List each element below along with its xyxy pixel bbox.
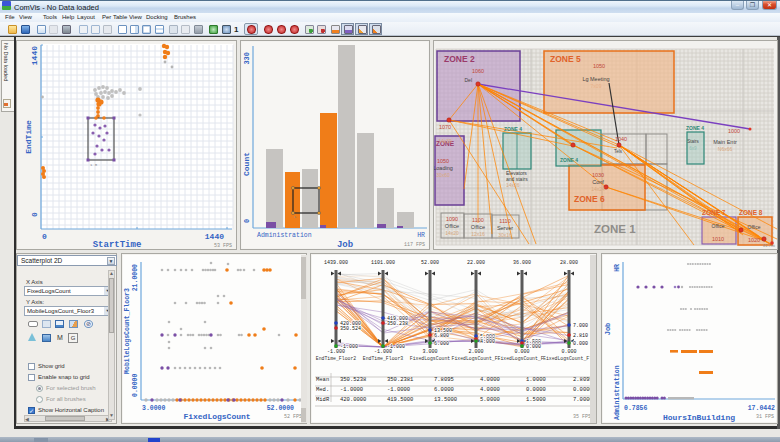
svg-text:350.2381: 350.2381 [387,376,414,383]
svg-text:1.5000: 1.5000 [526,396,546,403]
svg-text:52.000: 52.000 [421,260,439,266]
svg-text:ZONE 4: ZONE 4 [504,126,522,132]
svg-text:ZONE 8: ZONE 8 [739,209,763,216]
svg-text:0: 0 [243,219,251,223]
svg-text:Office: Office [471,224,485,230]
svg-text:350.524: 350.524 [340,326,361,332]
svg-text:419.5000: 419.5000 [387,396,413,403]
svg-text:1 0: 1 0 [90,163,98,167]
svg-text:MobileLogsCount_Floor3: MobileLogsCount_Floor3 [124,288,131,374]
svg-text:Count: Count [242,152,251,176]
svg-text:HR: HR [614,264,621,272]
svg-text:1060: 1060 [472,68,484,74]
svg-text:Office: Office [445,223,459,229]
svg-text:Server: Server [497,225,513,231]
svg-text:53 FPS: 53 FPS [214,243,232,249]
svg-text:17.0442: 17.0442 [748,405,775,412]
svg-text:EndTime_Floor3: EndTime_Floor3 [363,356,403,361]
svg-text:12x16: 12x16 [471,231,485,237]
svg-text:52 FPS: 52 FPS [284,414,302,420]
svg-text:350.5238: 350.5238 [340,376,366,383]
svg-text:0.000: 0.000 [573,341,588,347]
svg-text:7.8095: 7.8095 [434,376,454,383]
svg-text:FixedLogsCount_F.: FixedLogsCount_F. [452,356,501,361]
svg-text:FixedLogsCount_Flo: FixedLogsCount_Flo [543,356,595,361]
svg-text:1439.000: 1439.000 [324,260,348,266]
svg-text:1440: 1440 [30,46,39,65]
svg-text:FixedLogsCount_F.: FixedLogsCount_F. [498,356,547,361]
svg-text:1.0000: 1.0000 [526,376,546,383]
svg-text:Conf: Conf [592,179,604,185]
svg-text:1070: 1070 [439,124,451,130]
svg-text:ZONE 6: ZONE 6 [574,194,605,204]
svg-text:1440: 1440 [205,232,224,241]
svg-text:5.0000: 5.0000 [480,396,500,403]
svg-text:Job: Job [604,323,612,336]
svg-text:Administration: Administration [614,365,621,420]
svg-text:350.238: 350.238 [387,321,408,327]
svg-text:-1.000: -1.000 [387,344,405,350]
svg-text:4.0000: 4.0000 [480,376,500,383]
svg-text:0.000: 0.000 [526,344,541,350]
svg-text:0: 0 [30,212,39,217]
svg-text:N6x66: N6x66 [718,146,733,152]
svg-text:Job: Job [337,240,353,249]
svg-text:1000: 1000 [728,128,740,134]
svg-text:ZONE 7: ZONE 7 [702,209,726,216]
svg-text:Loading: Loading [434,165,453,171]
svg-text:7.000: 7.000 [573,323,588,329]
svg-text:ZONE 4: ZONE 4 [686,125,704,131]
svg-text:1110: 1110 [499,218,510,224]
svg-text:EndTime: EndTime [24,120,33,154]
svg-text:Administration: Administration [257,232,312,239]
svg-text:0.7856: 0.7856 [624,405,648,412]
svg-text:117 FPS: 117 FPS [404,242,425,248]
svg-text:1050: 1050 [593,63,605,69]
svg-text:1050: 1050 [437,158,449,164]
svg-text:6.0000: 6.0000 [434,386,454,393]
svg-text:4.0000: 4.0000 [480,386,500,393]
svg-text:1030: 1030 [592,172,604,178]
svg-text:0: 0 [42,232,47,241]
svg-text:14x39: 14x39 [438,138,452,144]
svg-text:1100: 1100 [472,217,484,223]
svg-text:6x9: 6x9 [689,146,697,151]
svg-text:6.800: 6.800 [434,333,449,339]
svg-text:1090: 1090 [446,216,458,222]
svg-text:Office: Office [712,223,725,229]
svg-text:ZONE 2: ZONE 2 [444,54,475,64]
svg-text:Med.: Med. [316,386,329,393]
svg-text:-1.000: -1.000 [340,344,358,350]
svg-text:0.000: 0.000 [561,349,576,355]
svg-text:Mean: Mean [316,376,329,383]
svg-text:-1.0000: -1.0000 [387,386,410,393]
svg-text:14x26: 14x26 [506,182,520,188]
svg-text:HR: HR [417,232,425,239]
svg-text:-1.0000: -1.0000 [340,386,363,393]
svg-text:330: 330 [243,52,251,65]
svg-text:52.0000: 52.0000 [267,405,294,412]
svg-text:36.000: 36.000 [513,260,531,266]
svg-text:21.0000: 21.0000 [132,264,139,291]
svg-text:30x60: 30x60 [436,172,450,178]
svg-text:0.0000: 0.0000 [526,386,546,393]
svg-text:13.5000: 13.5000 [434,396,457,403]
svg-text:Office: Office [748,224,761,230]
svg-text:1040: 1040 [615,136,627,142]
svg-text:Main Entr: Main Entr [713,139,737,145]
svg-text:Tels: Tels [614,149,623,154]
svg-text:35 FPS: 35 FPS [573,414,591,420]
svg-text:FixedLogsCount: FixedLogsCount [183,412,250,421]
svg-text:StartTime: StartTime [93,240,142,249]
svg-text:MidR: MidR [316,396,330,403]
svg-text:7x09: 7x09 [591,83,602,89]
svg-text:14x20: 14x20 [445,230,459,236]
svg-text:4.000: 4.000 [480,339,495,345]
svg-text:Stairs: Stairs [687,139,699,144]
svg-text:1010: 1010 [712,236,724,242]
svg-text:30x16: 30x16 [498,232,512,238]
svg-text:61.7mi: 61.7mi [763,243,775,248]
svg-text:FixedLogsCount: FixedLogsCount [410,356,450,361]
svg-text:3.0000: 3.0000 [142,405,166,412]
svg-text:1020: 1020 [748,237,760,243]
